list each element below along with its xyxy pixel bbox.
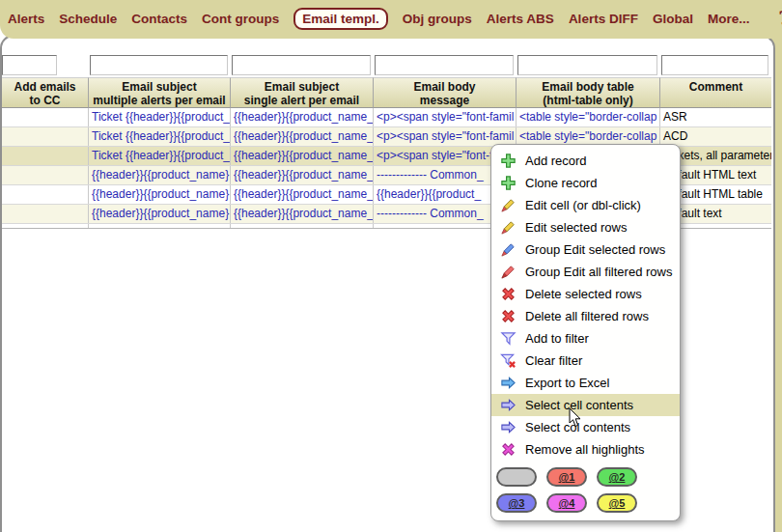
cell[interactable]: <p><span style="font-famil	[373, 127, 516, 146]
filter-input-comment[interactable]	[661, 55, 768, 75]
menu-item-group-edit-filtered[interactable]: Group Edit all filtered rows	[491, 261, 680, 283]
cell[interactable]: {{header}}{{product_name_	[230, 147, 373, 165]
menu-item-delete-filtered-rows[interactable]: Delete all filtered rows	[491, 305, 680, 327]
filter-row	[2, 55, 773, 78]
cell[interactable]: {{header}}{{product_name}	[88, 166, 230, 184]
nav-item-email-templ[interactable]: Email templ.	[293, 8, 388, 30]
cell[interactable]	[2, 147, 88, 165]
cell[interactable]	[2, 108, 88, 126]
nav-item-obj-groups[interactable]: Obj groups	[403, 12, 472, 26]
cell[interactable]: Ticket {{header}}{{product_	[88, 108, 230, 126]
funnel-clear-icon	[500, 352, 517, 369]
header-line: multiple alerts per email	[89, 94, 230, 107]
menu-item-select-cell-contents[interactable]: Select cell contents	[491, 394, 680, 416]
highlight-swatch-row: @3 @4 @5	[491, 493, 680, 513]
header-line: message	[374, 94, 516, 107]
menu-item-clear-filter[interactable]: Clear filter	[491, 350, 680, 372]
column-header-add-emails[interactable]: Add emails to CC	[2, 77, 88, 108]
nav-item-cont-groups[interactable]: Cont groups	[202, 12, 279, 26]
column-header-body-table[interactable]: Email body table (html-table only)	[516, 77, 659, 108]
delete-icon	[500, 286, 517, 302]
menu-item-edit-selected-rows[interactable]: Edit selected rows	[491, 216, 680, 238]
mouse-cursor	[569, 408, 582, 428]
highlight-swatch-row: @1 @2	[491, 467, 680, 487]
filter-input-body-table[interactable]	[517, 55, 657, 75]
header-line: Email body table	[517, 80, 659, 94]
table-row[interactable]: Ticket {{header}}{{product_ {{header}}{{…	[2, 108, 771, 127]
nav-item-alerts-diff[interactable]: Alerts DIFF	[569, 12, 638, 26]
nav-item-global[interactable]: Global	[653, 12, 693, 26]
menu-item-edit-cell[interactable]: Edit cell (or dbl-click)	[491, 194, 680, 216]
cell[interactable]: Ticket {{header}}{{product_	[88, 127, 230, 146]
edit-pencil-icon	[500, 219, 517, 236]
menu-item-label: Add to filter	[525, 331, 589, 346]
menu-item-export-excel[interactable]: Export to Excel	[491, 372, 680, 394]
nav-item-more[interactable]: More...	[708, 12, 750, 26]
menu-item-label: Group Edit selected rows	[525, 242, 665, 257]
nav-item-contacts[interactable]: Contacts	[131, 12, 187, 26]
menu-item-label: Delete selected rows	[525, 287, 642, 301]
menu-item-add-to-filter[interactable]: Add to filter	[491, 327, 680, 350]
cell[interactable]: {{header}}{{product_name_	[230, 108, 373, 126]
highlight-swatch-3[interactable]: @3	[496, 493, 537, 513]
cell[interactable]: <table style="border-collap	[516, 108, 659, 126]
filter-input-subject-multiple[interactable]	[90, 55, 228, 75]
highlight-swatch-4[interactable]: @4	[546, 493, 587, 513]
funnel-icon	[500, 330, 517, 347]
cell-comment[interactable]: ACD	[659, 127, 771, 146]
cell[interactable]: <p><span style="font-famil	[373, 108, 516, 126]
nav-item-alerts-abs[interactable]: Alerts ABS	[487, 12, 554, 26]
cell[interactable]	[2, 185, 88, 204]
header-line: single alert per email	[231, 94, 373, 107]
header-line: Email body	[374, 80, 516, 94]
group-edit-all-pencil-icon	[500, 264, 517, 280]
cell[interactable]: {{header}}{{product_name}	[88, 205, 230, 223]
header-line: to CC	[2, 94, 88, 107]
remove-highlights-icon	[500, 441, 517, 458]
cell[interactable]	[2, 166, 88, 184]
nav-item-alerts[interactable]: Alerts	[8, 12, 44, 26]
add-icon	[500, 153, 517, 169]
column-header-comment[interactable]: Comment	[659, 77, 771, 108]
cell[interactable]: {{header}}{{product_name_	[230, 205, 373, 223]
top-navbar: Alerts Schedule Contacts Cont groups Ema…	[0, 0, 782, 39]
highlight-swatch-gray[interactable]	[496, 467, 537, 487]
filter-input-subject-single[interactable]	[232, 55, 371, 75]
column-header-body-message[interactable]: Email body message	[373, 77, 516, 108]
header-line: Comment	[660, 80, 771, 94]
cell[interactable]	[2, 127, 88, 146]
menu-item-select-col-contents[interactable]: Select col contents	[491, 416, 680, 438]
cell[interactable]: {{header}}{{product_name}	[88, 185, 230, 204]
group-edit-pencil-icon	[500, 241, 517, 258]
nav-toolbar-icons: ?	[773, 8, 782, 29]
header-line: Add emails	[2, 80, 88, 94]
column-header-subject-multiple[interactable]: Email subject multiple alerts per email	[88, 77, 230, 108]
highlight-swatch-1[interactable]: @1	[546, 467, 587, 487]
menu-item-add-record[interactable]: Add record	[491, 150, 680, 172]
menu-item-label: Add record	[525, 154, 587, 168]
cell[interactable]: {{header}}{{product_name_	[230, 127, 373, 146]
menu-item-label: Export to Excel	[525, 376, 609, 390]
header-line: Email subject	[89, 80, 230, 94]
menu-item-label: Clone record	[525, 176, 597, 190]
menu-item-label: Edit selected rows	[525, 220, 628, 235]
menu-item-remove-highlights[interactable]: Remove all highlights	[491, 438, 680, 461]
cell-comment[interactable]: ASR	[659, 108, 771, 126]
menu-item-group-edit-selected[interactable]: Group Edit selected rows	[491, 238, 680, 261]
cell[interactable]: {{header}}{{product_name_	[230, 166, 373, 184]
filter-input-add-emails[interactable]	[2, 55, 57, 75]
menu-item-delete-selected-rows[interactable]: Delete selected rows	[491, 283, 680, 305]
context-menu: Add record Clone record Edit cell (or db…	[490, 144, 681, 521]
select-arrow-icon	[500, 397, 517, 413]
cell[interactable]	[2, 205, 88, 223]
highlight-swatch-5[interactable]: @5	[597, 493, 637, 513]
filter-input-body-message[interactable]	[375, 55, 514, 75]
export-arrow-icon	[500, 375, 517, 391]
column-header-subject-single[interactable]: Email subject single alert per email	[230, 77, 373, 108]
highlight-swatch-2[interactable]: @2	[597, 467, 637, 487]
menu-item-clone-record[interactable]: Clone record	[491, 172, 680, 194]
cell[interactable]: Ticket {{header}}{{product_	[88, 147, 230, 165]
cell[interactable]: {{header}}{{product_name_	[230, 185, 373, 204]
nav-item-schedule[interactable]: Schedule	[59, 12, 117, 26]
help-icon[interactable]: ?	[773, 8, 782, 29]
